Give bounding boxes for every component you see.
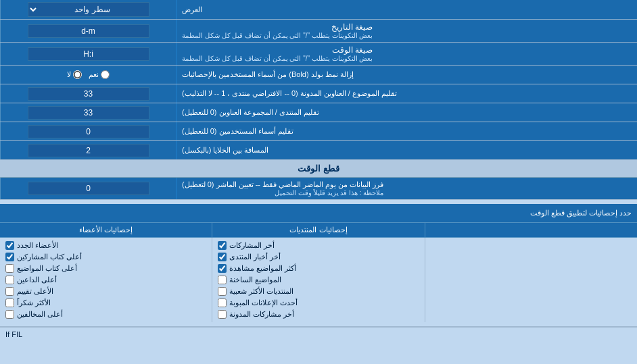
time-cut-control <box>0 178 176 199</box>
checkbox-forum-3[interactable] <box>218 264 227 273</box>
checkbox-member-1[interactable] <box>5 241 14 250</box>
checkboxes-col1 <box>425 238 637 322</box>
time-format-row: صيغة الوقت بعض التكوينات يتطلب "/" التي … <box>0 43 637 66</box>
date-format-input[interactable] <box>28 24 149 38</box>
usernames-label: تقليم أسماء المستخدمين (0 للتعطيل) <box>176 122 637 140</box>
bold-remove-label: إزالة نمط بولد (Bold) من أسماء المستخدمي… <box>176 66 637 84</box>
time-cut-input[interactable] <box>28 182 149 195</box>
date-format-label: صيغة التاريخ بعض التكوينات يتطلب "/" الت… <box>176 20 637 42</box>
list-item: المواضيع الساخنة <box>218 274 419 286</box>
limit-label: حدد إحصائيات لتطبيق قطع الوقت <box>0 206 637 220</box>
list-item: الأكثر شكراً <box>5 297 206 309</box>
lines-select[interactable]: سطر واحدسطرينثلاثة أسطر <box>28 2 149 17</box>
date-format-control <box>0 20 176 42</box>
cell-spacing-label: المسافة بين الخلايا (بالبكسل) <box>176 141 637 159</box>
usernames-input[interactable] <box>28 125 149 138</box>
checkbox-member-2[interactable] <box>5 253 14 261</box>
cell-spacing-row: المسافة بين الخلايا (بالبكسل) <box>0 141 637 160</box>
bold-remove-control: نعم لا <box>0 66 176 84</box>
checkbox-forum-4[interactable] <box>218 276 227 284</box>
bold-radio-group: نعم لا <box>67 70 110 79</box>
checkboxes-section: حدد إحصائيات لتطبيق قطع الوقت إحصائيات ا… <box>0 200 637 327</box>
time-format-control <box>0 43 176 65</box>
cell-spacing-input[interactable] <box>28 144 149 157</box>
col2-header: إحصائيات المنتديات <box>212 223 424 237</box>
list-item: أخر أخبار المنتدى <box>218 251 419 263</box>
topics-titles-control <box>0 84 176 103</box>
header-control: سطر واحدسطرينثلاثة أسطر <box>0 0 176 19</box>
checkbox-member-6[interactable] <box>5 298 14 307</box>
time-format-label: صيغة الوقت بعض التكوينات يتطلب "/" التي … <box>176 43 637 65</box>
bold-yes-label[interactable]: نعم <box>89 70 110 79</box>
checkboxes-body: أخر المشاركات أخر أخبار المنتدى أكثر الم… <box>0 238 637 322</box>
bold-no-label[interactable]: لا <box>67 70 82 79</box>
bold-remove-row: إزالة نمط بولد (Bold) من أسماء المستخدمي… <box>0 66 637 84</box>
checkbox-forum-1[interactable] <box>218 241 227 250</box>
bold-no-radio[interactable] <box>73 70 82 79</box>
checkbox-forum-7[interactable] <box>218 310 227 319</box>
list-item: أعلى المخالفين <box>5 309 206 320</box>
list-item: أعلى كتاب المواضيع <box>5 263 206 274</box>
checkbox-forum-2[interactable] <box>218 253 227 261</box>
date-format-row: صيغة التاريخ بعض التكوينات يتطلب "/" الت… <box>0 20 637 43</box>
checkbox-member-3[interactable] <box>5 264 14 273</box>
topics-titles-row: تقليم الموضوع / العناوين المدونة (0 -- ا… <box>0 84 637 103</box>
col1-header <box>425 223 637 237</box>
list-item: المنتديات الأكثر شعبية <box>218 286 419 297</box>
topics-titles-input[interactable] <box>28 87 149 101</box>
time-cut-row: فرز البيانات من يوم الماضر الماضي فقط --… <box>0 178 637 200</box>
list-item: أعلى الداعين <box>5 274 206 286</box>
checkboxes-col3: الأعضاء الجدد أعلى كتاب المشاركين أعلى ك… <box>0 238 212 322</box>
footer: If FIL <box>0 327 637 341</box>
time-format-input[interactable] <box>28 47 149 61</box>
list-item: الأعلى تقييم <box>5 286 206 297</box>
checkbox-forum-5[interactable] <box>218 287 227 296</box>
usernames-row: تقليم أسماء المستخدمين (0 للتعطيل) <box>0 122 637 141</box>
col3-header: إحصائيات الأعضاء <box>0 223 212 237</box>
limit-row: حدد إحصائيات لتطبيق قطع الوقت <box>0 204 637 223</box>
forum-titles-control <box>0 103 176 122</box>
checkboxes-col2: أخر المشاركات أخر أخبار المنتدى أكثر الم… <box>212 238 424 322</box>
checkbox-member-7[interactable] <box>5 310 14 319</box>
checkbox-member-5[interactable] <box>5 287 14 296</box>
list-item: أعلى كتاب المشاركين <box>5 251 206 263</box>
checkbox-member-4[interactable] <box>5 276 14 284</box>
header-row: العرض سطر واحدسطرينثلاثة أسطر <box>0 0 637 20</box>
cell-spacing-control <box>0 141 176 159</box>
time-cut-label: فرز البيانات من يوم الماضر الماضي فقط --… <box>176 178 637 199</box>
forum-titles-input[interactable] <box>28 106 149 120</box>
forum-titles-row: تقليم المنتدى / المجموعة العناوين (0 للت… <box>0 103 637 122</box>
forum-titles-label: تقليم المنتدى / المجموعة العناوين (0 للت… <box>176 103 637 122</box>
checkboxes-header: إحصائيات المنتديات إحصائيات الأعضاء <box>0 223 637 238</box>
checkbox-forum-6[interactable] <box>218 298 227 307</box>
usernames-control <box>0 122 176 140</box>
header-label: العرض <box>176 0 637 19</box>
list-item: أحدث الإعلانات المبوبة <box>218 297 419 309</box>
list-item: الأعضاء الجدد <box>5 240 206 251</box>
bold-yes-radio[interactable] <box>101 70 110 79</box>
list-item: أخر مشاركات المدونة <box>218 309 419 320</box>
topics-titles-label: تقليم الموضوع / العناوين المدونة (0 -- ا… <box>176 84 637 103</box>
main-container: العرض سطر واحدسطرينثلاثة أسطر صيغة التار… <box>0 0 637 341</box>
list-item: أكثر المواضيع مشاهدة <box>218 263 419 274</box>
time-cut-header: قطع الوقت <box>0 160 637 178</box>
list-item: أخر المشاركات <box>218 240 419 251</box>
